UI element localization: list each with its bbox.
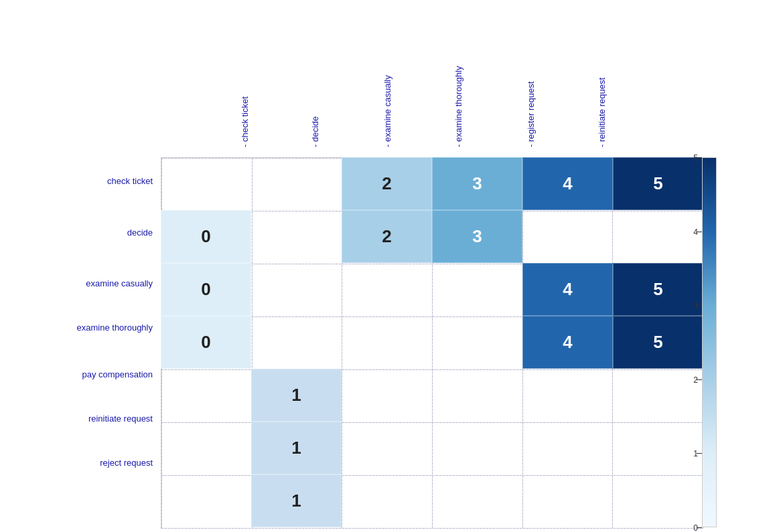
row-header-label-4: pay compensation bbox=[82, 369, 153, 379]
cell-4-1: 1 bbox=[251, 369, 342, 422]
col-header-label-0: - check ticket bbox=[240, 96, 250, 147]
row-header-6: reject request bbox=[100, 458, 153, 468]
legend-label-3: 3 bbox=[693, 301, 698, 311]
legend-label-1: 1 bbox=[693, 449, 698, 458]
row-header-label-6: reject request bbox=[100, 458, 153, 468]
cell-1-3: 3 bbox=[432, 210, 522, 263]
cell-3-0: 0 bbox=[161, 316, 251, 369]
col-header-label-1: - decide bbox=[310, 116, 320, 147]
row-header-0: check ticket bbox=[107, 176, 153, 186]
col-header-label-4: - register request bbox=[526, 82, 536, 147]
legend-bar bbox=[702, 157, 717, 527]
col-header-label-5: - reinitiate request bbox=[597, 78, 607, 147]
chart-container: - check ticket - decide - examine casual… bbox=[13, 13, 723, 519]
row-header-2: examine casually bbox=[86, 278, 153, 288]
legend-max-label: 5 bbox=[693, 153, 698, 163]
col-header-4: - register request bbox=[497, 7, 564, 147]
col-header-label-3: - examine thoroughly bbox=[453, 66, 464, 147]
cell-0-2: 2 bbox=[342, 157, 432, 210]
row-header-1: decide bbox=[127, 228, 153, 238]
cell-0-3: 3 bbox=[432, 157, 522, 210]
legend-label-2: 2 bbox=[693, 375, 698, 385]
cell-0-5: 5 bbox=[613, 157, 703, 210]
cell-3-4: 4 bbox=[522, 316, 613, 369]
cell-1-2: 2 bbox=[342, 210, 432, 263]
cell-0-4: 4 bbox=[522, 157, 613, 210]
cell-2-5: 5 bbox=[613, 263, 703, 316]
row-header-label-1: decide bbox=[127, 228, 153, 238]
cell-2-4: 4 bbox=[522, 263, 613, 316]
cell-5-1: 1 bbox=[251, 422, 342, 474]
col-header-label-2: - examine casually bbox=[382, 75, 393, 147]
cell-6-1: 1 bbox=[251, 474, 342, 527]
row-header-label-3: examine thoroughly bbox=[77, 323, 153, 333]
cell-3-5: 5 bbox=[613, 316, 703, 369]
col-header-5: - reinitiate request bbox=[568, 7, 635, 147]
col-header-3: - examine thoroughly bbox=[425, 7, 492, 147]
cell-1-0: 0 bbox=[161, 210, 251, 263]
row-header-3: examine thoroughly bbox=[77, 323, 153, 333]
row-header-label-5: reinitiate request bbox=[88, 414, 153, 424]
col-header-0: - check ticket bbox=[211, 7, 278, 147]
row-header-5: reinitiate request bbox=[88, 414, 153, 424]
row-header-4: pay compensation bbox=[82, 369, 153, 379]
legend-label-5: 5 bbox=[693, 153, 698, 163]
col-header-1: - decide bbox=[281, 7, 348, 147]
row-header-label-0: check ticket bbox=[107, 176, 153, 186]
row-header-label-2: examine casually bbox=[86, 278, 153, 288]
col-header-2: - examine casually bbox=[354, 7, 421, 147]
cell-2-0: 0 bbox=[161, 263, 251, 316]
legend-label-4: 4 bbox=[693, 228, 698, 237]
